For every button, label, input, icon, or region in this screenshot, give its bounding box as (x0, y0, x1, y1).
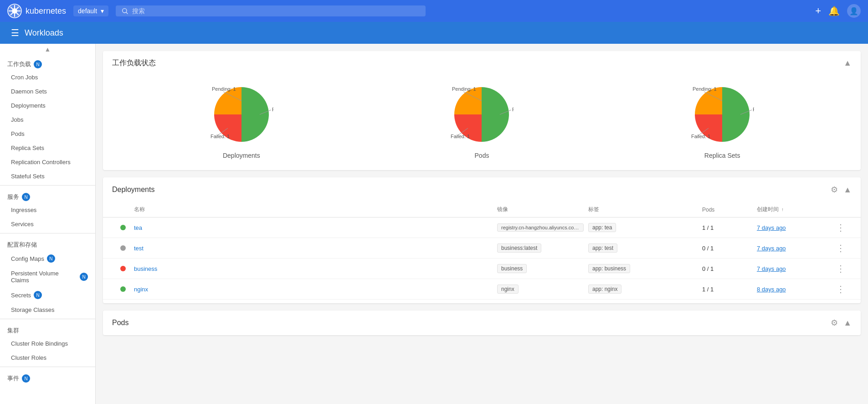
sidebar-divider-1 (0, 185, 95, 186)
sidebar-item-deployments[interactable]: Deployments (0, 98, 95, 113)
pods-chart-label: Pods (475, 152, 489, 159)
svg-text:Pending: 1: Pending: 1 (693, 86, 717, 92)
table-row: test business:latest app: test 0 / 1 7 d… (103, 238, 861, 259)
main-layout: ▲ 工作负载 N Cron Jobs Daemon Sets Deploymen… (0, 44, 868, 404)
svg-text:Running: 2: Running: 2 (512, 107, 514, 112)
topbar: kubernetes default ▾ + 🔔 👤 (0, 0, 868, 22)
row-more-button[interactable]: ⋮ (830, 263, 852, 274)
search-input[interactable] (132, 7, 420, 15)
svg-line-11 (126, 12, 128, 14)
sidebar-item-cluster-roles[interactable]: Cluster Roles (0, 351, 95, 365)
svg-text:Pending: 1: Pending: 1 (452, 86, 476, 92)
add-button[interactable]: + (815, 5, 821, 17)
sidebar-item-stateful-sets[interactable]: Stateful Sets (0, 169, 95, 183)
deployments-chart-item: Pending: 1 Running: 2 Failed: 1 Deployme… (210, 83, 273, 159)
user-icon[interactable]: 👤 (847, 4, 861, 18)
replica-sets-chart: Pending: 1 Running: 2 Failed: 1 (690, 83, 754, 146)
table-row: tea registry.cn-hangzhou.aliyuncs.com/wm… (103, 218, 861, 238)
sidebar-item-replica-sets[interactable]: Replica Sets (0, 141, 95, 155)
deployments-table-header: 名称 镜像 标签 Pods 创建时间 ↑ (103, 202, 861, 218)
status-indicator (120, 266, 126, 271)
notification-icon[interactable]: 🔔 (828, 5, 840, 16)
sidebar-item-cluster-role-bindings[interactable]: Cluster Role Bindings (0, 337, 95, 351)
image-tag: business:latest (497, 243, 541, 253)
sidebar-item-replication-controllers[interactable]: Replication Controllers (0, 155, 95, 169)
deployments-chart: Pending: 1 Running: 2 Failed: 1 (210, 83, 273, 146)
svg-text:Failed: 1: Failed: 1 (691, 134, 710, 139)
col-pods: Pods (702, 207, 757, 213)
sidebar-item-pods[interactable]: Pods (0, 127, 95, 141)
workload-status-title: 工作负载状态 (112, 58, 156, 68)
sidebar-item-storage-classes[interactable]: Storage Classes (0, 303, 95, 317)
pods-count: 1 / 1 (702, 286, 757, 293)
collapse-deployments[interactable]: ▲ (843, 185, 852, 195)
sidebar-item-secrets[interactable]: Secrets N (0, 287, 95, 303)
sidebar-section-cluster: 集群 (0, 321, 95, 337)
row-more-button[interactable]: ⋮ (830, 243, 852, 254)
deployments-chart-label: Deployments (223, 152, 260, 159)
svg-text:Failed: 1: Failed: 1 (211, 134, 230, 139)
sidebar-item-cron-jobs[interactable]: Cron Jobs (0, 70, 95, 84)
namespace-selector[interactable]: default ▾ (73, 5, 108, 16)
events-badge: N (22, 374, 30, 383)
sidebar-section-events: 事件 N (0, 369, 95, 384)
replica-sets-chart-item: Pending: 1 Running: 2 Failed: 1 Replica … (690, 83, 754, 159)
topbar-actions: + 🔔 👤 (815, 4, 861, 18)
content-area: 工作负载状态 ▲ (96, 44, 868, 404)
workload-status-card: 工作负载状态 ▲ (103, 51, 861, 170)
sidebar-item-config-maps[interactable]: Config Maps N (0, 251, 95, 266)
collapse-pods[interactable]: ▲ (843, 318, 852, 328)
sidebar-item-services[interactable]: Services (0, 217, 95, 231)
status-indicator (120, 286, 126, 292)
pods-pie: Pending: 1 Running: 2 Failed: 1 (450, 83, 514, 146)
charts-row: Pending: 1 Running: 2 Failed: 1 Deployme… (103, 75, 861, 170)
sidebar-divider-3 (0, 319, 95, 319)
col-name: 名称 (134, 206, 497, 213)
sidebar-divider-4 (0, 367, 95, 367)
label-tag: app: test (588, 243, 617, 253)
image-tag: registry.cn-hangzhou.aliyuncs.com/wmzhyf… (497, 223, 584, 232)
k8s-logo-icon (7, 4, 22, 18)
status-indicator (120, 225, 126, 230)
pods-card-header: Pods ⚙ ▲ (103, 311, 861, 335)
logo-text: kubernetes (26, 6, 66, 16)
deployments-card-header: Deployments ⚙ ▲ (103, 177, 861, 202)
secrets-badge: N (34, 291, 42, 299)
workload-status-header: 工作负载状态 ▲ (103, 51, 861, 75)
sidebar: ▲ 工作负载 N Cron Jobs Daemon Sets Deploymen… (0, 44, 96, 404)
search-bar (116, 5, 426, 16)
collapse-workload-status[interactable]: ▲ (843, 58, 852, 68)
config-maps-badge: N (47, 254, 55, 263)
pods-filter-icon[interactable]: ⚙ (831, 318, 838, 328)
deployment-name-link[interactable]: nginx (134, 286, 148, 293)
workloads-badge: N (34, 60, 42, 68)
deployments-filter-icon[interactable]: ⚙ (831, 185, 838, 195)
deployment-name-link[interactable]: test (134, 245, 144, 252)
row-more-button[interactable]: ⋮ (830, 284, 852, 295)
svg-text:Failed: 1: Failed: 1 (451, 134, 470, 139)
svg-text:Running: 2: Running: 2 (272, 107, 273, 112)
table-row: nginx nginx app: nginx 1 / 1 8 days ago … (103, 279, 861, 300)
deployments-table: 名称 镜像 标签 Pods 创建时间 ↑ (103, 202, 861, 303)
namespace-value: default (78, 7, 97, 15)
sidebar-item-persistent-volume-claims[interactable]: Persistent Volume Claims N (0, 266, 95, 287)
sidebar-item-jobs[interactable]: Jobs (0, 113, 95, 127)
replica-sets-pie: Pending: 1 Running: 2 Failed: 1 (690, 83, 754, 146)
row-more-button[interactable]: ⋮ (830, 222, 852, 233)
col-image: 镜像 (497, 206, 588, 213)
dropdown-icon: ▾ (101, 7, 104, 15)
workloads-bar: ☰ Workloads (0, 22, 868, 44)
deployment-name-link[interactable]: business (134, 265, 157, 272)
deployment-name-link[interactable]: tea (134, 224, 142, 231)
creation-time: 8 days ago (757, 286, 786, 293)
creation-time: 7 days ago (757, 265, 786, 272)
hamburger-menu[interactable]: ☰ (11, 27, 19, 38)
sidebar-item-ingresses[interactable]: Ingresses (0, 203, 95, 217)
pods-count: 0 / 1 (702, 265, 757, 272)
sidebar-section-config: 配置和存储 (0, 235, 95, 251)
scroll-up-indicator: ▲ (0, 44, 95, 55)
pods-card: Pods ⚙ ▲ (103, 311, 861, 335)
logo: kubernetes (7, 4, 66, 18)
col-label: 标签 (588, 206, 702, 213)
sidebar-item-daemon-sets[interactable]: Daemon Sets (0, 84, 95, 98)
